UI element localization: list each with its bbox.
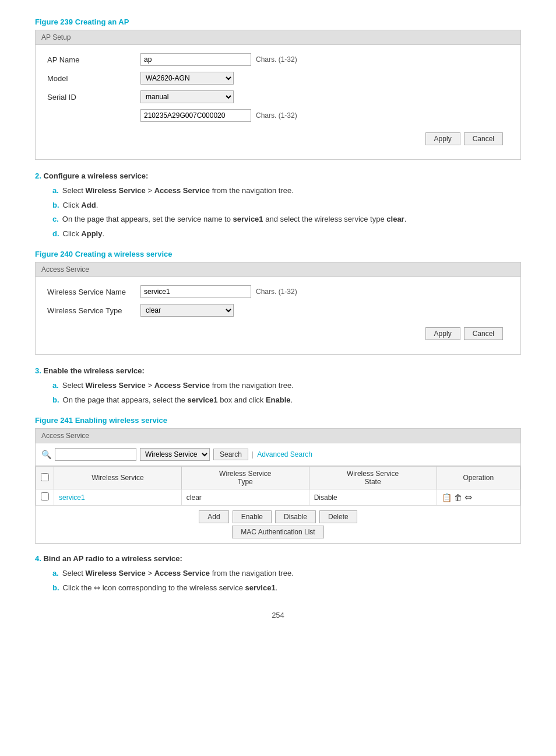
serial-id-select[interactable]: manual: [140, 90, 234, 103]
step2b: b.Click Add.: [52, 200, 521, 211]
figure-240-panel: Access Service Wireless Service Name Cha…: [35, 262, 521, 355]
col-ws-header: Wireless Service: [54, 467, 182, 489]
step2-block: 2. Configure a wireless service: a.Selec…: [35, 172, 521, 239]
figure-239-title: Figure 239 Creating an AP: [35, 18, 521, 26]
col-check-header: [36, 467, 54, 489]
search-filter-select[interactable]: Wireless Service: [140, 448, 210, 461]
col-ws-type-header: Wireless ServiceType: [181, 467, 309, 489]
fig239-cancel-button[interactable]: Cancel: [464, 132, 503, 145]
search-icon: 🔍: [41, 450, 51, 459]
step2c: c.On the page that appears, set the serv…: [52, 214, 521, 225]
mac-auth-button[interactable]: MAC Authentication List: [232, 526, 323, 538]
select-all-checkbox[interactable]: [41, 473, 49, 481]
add-button[interactable]: Add: [199, 510, 228, 523]
row-ws-state: Disable: [309, 489, 437, 506]
copy-icon[interactable]: 📋: [442, 493, 452, 502]
page-number: 254: [35, 611, 521, 620]
fig239-apply-button[interactable]: Apply: [425, 132, 460, 145]
step4-num: 4.: [35, 554, 41, 563]
col-ws-state-header: Wireless ServiceState: [309, 467, 437, 489]
step3-text: Enable the wireless service:: [43, 366, 144, 375]
row-ws-name: service1: [54, 489, 182, 506]
delete-icon[interactable]: 🗑: [454, 493, 462, 502]
figure-239-panel: AP Setup AP Name Chars. (1-32) Model WA2…: [35, 30, 521, 160]
model-select[interactable]: WA2620-AGN: [140, 72, 234, 85]
model-label: Model: [47, 74, 140, 83]
figure-240-title: Figure 240 Creating a wireless service: [35, 250, 521, 258]
step2-text: Configure a wireless service:: [43, 172, 148, 180]
col-operation-header: Operation: [437, 467, 520, 489]
ap-name-input[interactable]: [140, 53, 251, 66]
step3-block: 3. Enable the wireless service: a.Select…: [35, 366, 521, 405]
advanced-search-link[interactable]: Advanced Search: [257, 450, 312, 459]
step2d: d.Click Apply.: [52, 228, 521, 240]
row-checkbox[interactable]: [41, 492, 49, 501]
bind-icon[interactable]: ⇔: [464, 492, 472, 503]
figure-241-panel: Access Service 🔍 Wireless Service Search…: [35, 428, 521, 544]
disable-button[interactable]: Disable: [275, 510, 316, 523]
service-table: Wireless Service Wireless ServiceType Wi…: [36, 466, 520, 506]
search-input[interactable]: [55, 448, 136, 461]
step3b: b.On the page that appears, select the s…: [52, 394, 521, 406]
table-row: service1 clear Disable 📋 🗑 ⇔: [36, 489, 520, 506]
step4a: a.Select Wireless Service > Access Servi…: [52, 568, 521, 579]
ap-name-label: AP Name: [47, 55, 140, 64]
step2-num: 2.: [35, 172, 41, 180]
figure-240-header: Access Service: [36, 262, 520, 277]
ap-name-hint: Chars. (1-32): [256, 55, 297, 64]
figure-241-header: Access Service: [36, 429, 520, 443]
step4-text: Bind an AP radio to a wireless service:: [43, 554, 182, 563]
serial-id-label: Serial ID: [47, 93, 140, 102]
ws-name-label: Wireless Service Name: [47, 288, 140, 296]
ws-name-input[interactable]: [140, 285, 251, 298]
step3-num: 3.: [35, 366, 41, 375]
ws-type-select[interactable]: clear: [140, 304, 234, 317]
row-operations: 📋 🗑 ⇔: [437, 489, 520, 506]
delete-button[interactable]: Delete: [319, 510, 357, 523]
search-separator: |: [252, 450, 254, 459]
step4b: b.Click the ⇔ icon corresponding to the …: [52, 582, 521, 594]
step4-block: 4. Bind an AP radio to a wireless servic…: [35, 554, 521, 593]
enable-button[interactable]: Enable: [233, 510, 272, 523]
step2a: a.Select Wireless Service > Access Servi…: [52, 185, 521, 197]
search-button[interactable]: Search: [213, 449, 248, 460]
fig240-apply-button[interactable]: Apply: [425, 327, 460, 340]
serial-value-hint: Chars. (1-32): [256, 111, 297, 120]
figure-241-title: Figure 241 Enabling wireless service: [35, 416, 521, 425]
ws-type-label: Wireless Service Type: [47, 306, 140, 315]
row-ws-type: clear: [181, 489, 309, 506]
ws-name-hint: Chars. (1-32): [256, 288, 297, 296]
fig240-cancel-button[interactable]: Cancel: [464, 327, 503, 340]
figure-239-header: AP Setup: [36, 30, 520, 45]
step3a: a.Select Wireless Service > Access Servi…: [52, 380, 521, 391]
serial-value-input[interactable]: [140, 109, 251, 122]
